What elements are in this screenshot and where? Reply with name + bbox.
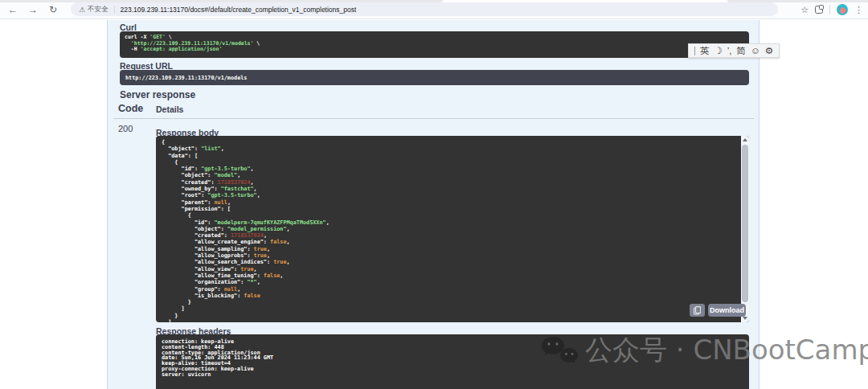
scrollbar-thumb[interactable] xyxy=(742,145,748,302)
code-column-header: Code xyxy=(118,103,143,114)
ime-punctuation-icon[interactable]: ’, xyxy=(727,44,732,57)
server-response-title: Server response xyxy=(120,89,195,100)
toolbar-divider xyxy=(829,5,830,14)
address-bar[interactable]: ⚠不安全 223.109.239.11:13170/docs#/default/… xyxy=(71,2,778,16)
omnibox-divider xyxy=(114,6,115,14)
response-body-scrollbar[interactable] xyxy=(741,136,749,322)
back-icon[interactable]: ← xyxy=(6,3,19,16)
profile-avatar[interactable] xyxy=(837,4,848,15)
clipboard-icon xyxy=(694,306,701,315)
bookmark-star-icon[interactable]: ☆ xyxy=(800,5,809,15)
response-body-json: { "object": "list", "data": [ { "id": "g… xyxy=(156,136,749,322)
curl-command-block: curl -X 'GET' \ 'http://223.109.239.11:1… xyxy=(120,31,749,58)
reload-icon[interactable]: ↻ xyxy=(47,3,59,16)
ime-settings-gear-icon[interactable]: ⚙ xyxy=(765,44,773,57)
not-secure-label: 不安全 xyxy=(88,5,108,14)
warning-icon: ⚠ xyxy=(79,6,85,14)
ime-toolbar[interactable]: 英 ☽ ’, 简 ☺ ⚙ xyxy=(688,43,780,58)
download-button[interactable]: Download xyxy=(708,304,746,317)
table-divider xyxy=(113,118,754,119)
copy-to-clipboard-button[interactable] xyxy=(690,304,705,317)
screen: ← → ↻ ⚠不安全 223.109.239.11:13170/docs#/de… xyxy=(0,0,868,389)
not-secure-badge[interactable]: ⚠不安全 xyxy=(79,5,108,14)
ime-moon-icon[interactable]: ☽ xyxy=(714,44,723,57)
browser-menu-icon[interactable]: ⋮ xyxy=(854,5,863,15)
ime-simplified-mode[interactable]: 简 xyxy=(737,44,747,57)
scroll-up-arrow-icon[interactable] xyxy=(741,136,749,144)
response-body-container: { "object": "list", "data": [ { "id": "g… xyxy=(156,136,749,322)
forward-icon[interactable]: → xyxy=(27,3,39,16)
status-code: 200 xyxy=(118,124,133,133)
swagger-opblock: Curl curl -X 'GET' \ 'http://223.109.239… xyxy=(107,20,760,389)
details-column-header: Details xyxy=(156,104,183,114)
ime-drag-handle[interactable] xyxy=(694,47,695,55)
ime-language-mode[interactable]: 英 xyxy=(700,44,710,57)
ime-emoji-icon[interactable]: ☺ xyxy=(751,44,760,57)
response-headers-block: connection: keep-alivecontent-length: 44… xyxy=(156,334,749,389)
url-text[interactable]: 223.109.239.11:13170/docs#/default/creat… xyxy=(121,6,357,14)
browser-extensions-icon[interactable] xyxy=(815,6,823,14)
browser-toolbar: ← → ↻ ⚠不安全 223.109.239.11:13170/docs#/de… xyxy=(0,0,868,19)
request-url-value: http://223.109.239.11:13170/v1/models xyxy=(120,70,749,85)
